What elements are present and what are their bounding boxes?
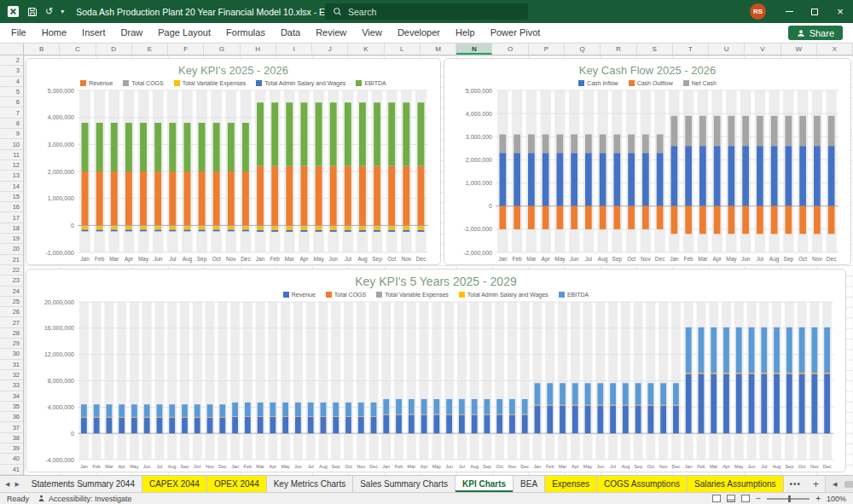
column-header-T[interactable]: T — [673, 43, 709, 55]
restore-button[interactable] — [802, 0, 827, 23]
row-header-31[interactable]: 31 — [0, 360, 23, 370]
zoom-level[interactable]: 100% — [827, 495, 846, 503]
row-header-25[interactable]: 25 — [0, 297, 23, 307]
sheet-nav-right-icon[interactable]: ▶ — [15, 481, 19, 488]
row-header-14[interactable]: 14 — [0, 182, 23, 192]
view-page-layout-icon[interactable] — [727, 495, 735, 502]
excel-app-icon[interactable] — [7, 5, 20, 18]
add-sheet-button[interactable]: + — [807, 476, 825, 492]
row-header-34[interactable]: 34 — [0, 391, 23, 402]
row-header-39[interactable]: 39 — [0, 443, 23, 454]
column-header-N[interactable]: N — [456, 43, 492, 55]
row-header-26[interactable]: 26 — [0, 307, 23, 317]
column-header-S[interactable]: S — [637, 43, 673, 55]
ribbon-tab-review[interactable]: Review — [308, 23, 354, 43]
minimize-button[interactable] — [776, 0, 802, 23]
row-header-19[interactable]: 19 — [0, 234, 23, 244]
column-header-H[interactable]: H — [241, 43, 276, 55]
row-header-38[interactable]: 38 — [0, 433, 23, 443]
view-page-break-icon[interactable] — [741, 495, 750, 502]
zoom-in-button[interactable]: + — [815, 495, 821, 503]
sheet-tab-bea[interactable]: BEA — [514, 476, 545, 492]
column-header-O[interactable]: O — [492, 43, 528, 55]
sheet-tab-expenses[interactable]: Expenses — [545, 476, 597, 492]
column-header-V[interactable]: V — [745, 43, 780, 55]
sheet-tab-sales-summary-charts[interactable]: Sales Summary Charts — [353, 476, 456, 492]
column-header-D[interactable]: D — [96, 43, 132, 55]
row-header-24[interactable]: 24 — [0, 287, 23, 297]
column-header-R[interactable]: R — [601, 43, 636, 55]
save-icon[interactable] — [27, 7, 38, 17]
row-header-11[interactable]: 11 — [0, 150, 23, 160]
column-header-J[interactable]: J — [312, 43, 348, 55]
row-header-8[interactable]: 8 — [0, 119, 23, 129]
row-header-35[interactable]: 35 — [0, 402, 23, 412]
sheet-tab-key-metrics-charts[interactable]: Key Metrics Charts — [267, 476, 353, 492]
column-header-G[interactable]: G — [204, 43, 240, 55]
ribbon-tab-help[interactable]: Help — [448, 23, 483, 43]
column-header-F[interactable]: F — [168, 43, 204, 55]
row-header-23[interactable]: 23 — [0, 275, 23, 286]
chart-key-kpis-5-years[interactable]: Key KPI's 5 Years 2025 - 2029 RevenueTot… — [26, 269, 846, 472]
sheet-tab-kpi-charts[interactable]: KPI Charts — [456, 476, 514, 492]
column-header-C[interactable]: C — [60, 43, 96, 55]
row-header-7[interactable]: 7 — [0, 107, 23, 118]
sheet-tab-capex-2044[interactable]: CAPEX 2044 — [142, 476, 207, 492]
column-header-Q[interactable]: Q — [565, 43, 601, 55]
row-header-17[interactable]: 17 — [0, 212, 23, 223]
ribbon-tab-insert[interactable]: Insert — [74, 23, 113, 43]
row-header-28[interactable]: 28 — [0, 328, 23, 339]
qat-customize-icon[interactable]: ▾ — [61, 9, 64, 15]
ribbon-tab-power-pivot[interactable]: Power Pivot — [483, 23, 548, 43]
horizontal-scrollbar[interactable]: ◀ ▶ — [825, 476, 853, 492]
row-header-4[interactable]: 4 — [0, 77, 23, 87]
row-header-27[interactable]: 27 — [0, 317, 23, 327]
column-header-M[interactable]: M — [421, 43, 456, 55]
row-header-36[interactable]: 36 — [0, 412, 23, 422]
ribbon-tab-draw[interactable]: Draw — [113, 23, 151, 43]
row-header-32[interactable]: 32 — [0, 370, 23, 380]
row-header-3[interactable]: 3 — [0, 66, 23, 76]
zoom-out-button[interactable]: − — [756, 495, 761, 503]
more-sheets-button[interactable]: ••• — [784, 476, 808, 492]
row-header-41[interactable]: 41 — [0, 465, 23, 475]
row-header-37[interactable]: 37 — [0, 422, 23, 432]
ribbon-tab-data[interactable]: Data — [273, 23, 308, 43]
ribbon-tab-developer[interactable]: Developer — [390, 23, 448, 43]
row-header-12[interactable]: 12 — [0, 160, 23, 171]
ribbon-tab-file[interactable]: File — [3, 23, 34, 43]
chart-key-kpis-2025-2026[interactable]: Key KPI's 2025 - 2026 RevenueTotal COGST… — [26, 58, 441, 265]
column-header-W[interactable]: W — [781, 43, 817, 55]
accessibility-status[interactable]: Accessibility: Investigate — [38, 495, 132, 503]
row-header-6[interactable]: 6 — [0, 97, 23, 107]
select-all-corner[interactable] — [0, 43, 24, 55]
row-header-13[interactable]: 13 — [0, 171, 23, 181]
zoom-slider[interactable] — [767, 498, 809, 500]
ribbon-tab-view[interactable]: View — [354, 23, 390, 43]
ribbon-tab-home[interactable]: Home — [34, 23, 74, 43]
sheet-tab-statements-summary-2044[interactable]: Statements Summary 2044 — [25, 476, 142, 492]
row-header-5[interactable]: 5 — [0, 87, 23, 97]
row-header-33[interactable]: 33 — [0, 380, 23, 391]
sheet-tab-cogs-assumptions[interactable]: COGS Assumptions — [597, 476, 688, 492]
row-header-30[interactable]: 30 — [0, 349, 23, 359]
scrollbar-thumb[interactable] — [844, 481, 853, 488]
undo-icon[interactable]: ↺ — [45, 7, 53, 16]
sheet-grid[interactable]: Key KPI's 2025 - 2026 RevenueTotal COGST… — [24, 55, 853, 475]
share-button[interactable]: Share — [788, 26, 843, 40]
row-header-2[interactable]: 2 — [0, 55, 23, 66]
sheet-tab-opex-2044[interactable]: OPEX 2044 — [207, 476, 267, 492]
column-header-B[interactable]: B — [24, 43, 60, 55]
column-header-L[interactable]: L — [385, 43, 421, 55]
row-header-29[interactable]: 29 — [0, 339, 23, 349]
sheet-tab-salaries-assumptions[interactable]: Salaries Assumptions — [688, 476, 784, 492]
row-header-40[interactable]: 40 — [0, 454, 23, 464]
row-header-10[interactable]: 10 — [0, 139, 23, 149]
row-header-18[interactable]: 18 — [0, 223, 23, 234]
row-header-16[interactable]: 16 — [0, 202, 23, 212]
column-header-K[interactable]: K — [348, 43, 384, 55]
row-header-20[interactable]: 20 — [0, 244, 23, 254]
ribbon-tab-page-layout[interactable]: Page Layout — [150, 23, 218, 43]
column-header-X[interactable]: X — [817, 43, 853, 55]
zoom-slider-thumb[interactable] — [788, 495, 791, 502]
